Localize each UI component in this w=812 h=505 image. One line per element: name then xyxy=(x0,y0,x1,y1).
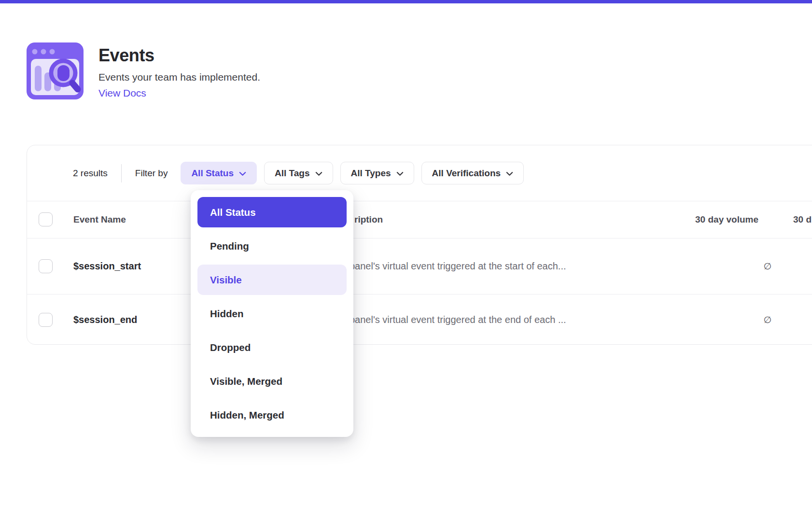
filter-by-label: Filter by xyxy=(135,168,168,179)
filter-chip-all-tags[interactable]: All Tags xyxy=(264,162,333,184)
table-header-row: Event Name ription 30 day volume 30 d xyxy=(27,201,812,238)
table-row[interactable]: $session_end panel's virtual event trigg… xyxy=(27,294,812,345)
dropdown-option-pending[interactable]: Pending xyxy=(197,231,347,261)
chevron-down-icon xyxy=(396,171,404,176)
event-description-cell: panel's virtual event triggered at the s… xyxy=(350,238,566,294)
dropdown-option-visible[interactable]: Visible xyxy=(197,265,347,295)
status-filter-dropdown: All Status Pending Visible Hidden Droppe… xyxy=(191,190,353,437)
row-checkbox[interactable] xyxy=(39,313,53,327)
filter-chip-label: All Tags xyxy=(275,168,310,179)
chevron-down-icon xyxy=(506,171,513,176)
column-header-description[interactable]: ription xyxy=(354,201,383,238)
dropdown-option-visible-merged[interactable]: Visible, Merged xyxy=(197,366,347,396)
dropdown-option-dropped[interactable]: Dropped xyxy=(197,332,347,363)
filter-chip-all-status[interactable]: All Status xyxy=(181,162,257,184)
column-header-30-day-volume[interactable]: 30 day volume xyxy=(558,201,758,238)
column-header-clipped[interactable]: 30 d xyxy=(793,201,812,238)
column-header-event-name[interactable]: Event Name xyxy=(73,201,126,238)
event-description-cell: panel's virtual event triggered at the e… xyxy=(350,295,566,345)
dropdown-option-hidden[interactable]: Hidden xyxy=(197,298,347,329)
chevron-down-icon xyxy=(315,171,322,176)
event-volume-cell: ∅ xyxy=(655,295,771,345)
event-volume-cell: ∅ xyxy=(655,238,771,294)
top-accent-bar xyxy=(0,0,812,3)
view-docs-link[interactable]: View Docs xyxy=(98,87,146,99)
events-card: 2 results Filter by All Status All Tags … xyxy=(27,145,812,345)
filter-chip-label: All Verifications xyxy=(432,168,501,179)
event-name-cell[interactable]: $session_start xyxy=(73,238,141,294)
toolbar-divider xyxy=(121,164,122,182)
filter-chip-label: All Types xyxy=(351,168,391,179)
events-app-icon xyxy=(27,42,84,99)
page-subtitle: Events your team has implemented. xyxy=(98,71,260,83)
table-row[interactable]: $session_start panel's virtual event tri… xyxy=(27,238,812,294)
filter-chip-label: All Status xyxy=(191,168,234,179)
select-all-checkbox[interactable] xyxy=(39,212,53,226)
browser-window-chart-magnifier-icon xyxy=(27,42,84,99)
event-name-cell[interactable]: $session_end xyxy=(73,295,137,345)
page-title: Events xyxy=(98,45,154,66)
results-count: 2 results xyxy=(73,168,108,179)
filter-chip-all-verifications[interactable]: All Verifications xyxy=(421,162,524,184)
filter-chip-all-types[interactable]: All Types xyxy=(340,162,414,184)
row-checkbox[interactable] xyxy=(39,259,53,273)
dropdown-option-hidden-merged[interactable]: Hidden, Merged xyxy=(197,400,347,430)
filter-toolbar: 2 results Filter by All Status All Tags … xyxy=(27,145,812,201)
dropdown-option-all-status[interactable]: All Status xyxy=(197,197,347,227)
chevron-down-icon xyxy=(239,171,246,176)
